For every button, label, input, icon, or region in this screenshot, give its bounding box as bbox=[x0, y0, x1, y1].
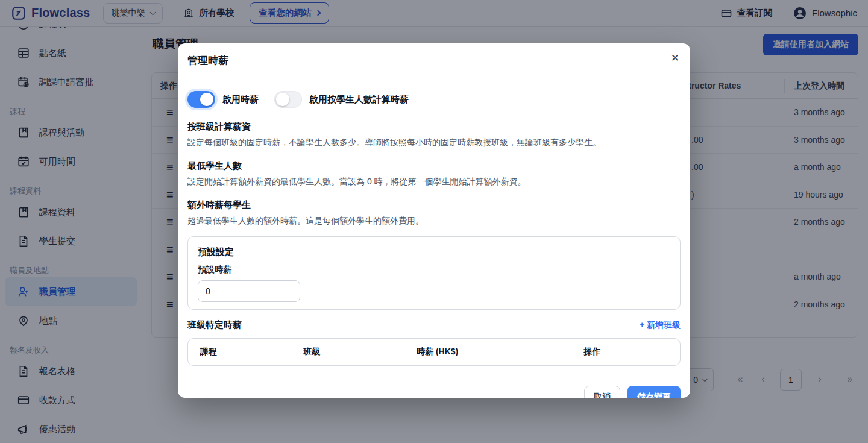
toggle-label: 啟用時薪 bbox=[222, 94, 259, 105]
section-description: 設定每個班級的固定時薪，不論學生人數多少。導師將按照每小時的固定時薪教授班級，無… bbox=[187, 136, 681, 148]
section-heading: 按班級計算薪資 bbox=[187, 120, 681, 133]
info-section: 最低學生人數 設定開始計算額外薪資的最低學生人數。當設為 0 時，將從第一個學生… bbox=[187, 159, 681, 187]
class-rates-column-header: 班級 bbox=[291, 347, 404, 357]
toggle-knob bbox=[276, 93, 289, 106]
class-specific-heading: 班級特定時薪 bbox=[187, 319, 242, 331]
toggle-label: 啟用按學生人數計算時薪 bbox=[309, 94, 409, 105]
modal-title: 管理時薪 bbox=[187, 54, 681, 68]
section-heading: 最低學生人數 bbox=[187, 159, 681, 172]
section-description: 設定開始計算額外薪資的最低學生人數。當設為 0 時，將從第一個學生開始計算額外薪… bbox=[187, 175, 681, 187]
toggle-group: 啟用時薪 bbox=[187, 91, 259, 108]
modal-header: 管理時薪 ✕ bbox=[178, 43, 690, 75]
class-rates-table: 課程 班級 時薪 (HK$) 操作 bbox=[187, 338, 681, 366]
manage-hourly-rates-modal: 管理時薪 ✕ 啟用時薪 啟用按學生人數計算時薪 bbox=[178, 43, 690, 398]
save-changes-button[interactable]: 儲存變更 bbox=[627, 386, 681, 398]
default-rate-input[interactable] bbox=[198, 280, 300, 302]
default-settings-heading: 預設設定 bbox=[198, 247, 670, 258]
toggle-switch[interactable] bbox=[187, 91, 215, 108]
class-rates-column-header: 時薪 (HK$) bbox=[404, 347, 571, 357]
class-rates-column-header: 課程 bbox=[188, 347, 291, 357]
cancel-button[interactable]: 取消 bbox=[584, 386, 620, 398]
default-rate-label: 預設時薪 bbox=[198, 265, 670, 275]
class-rates-column-header: 操作 bbox=[571, 347, 680, 357]
toggle-group: 啟用按學生人數計算時薪 bbox=[274, 91, 409, 108]
info-section: 額外時薪每學生 超過最低學生人數的額外時薪。這是每個額外學生的額外費用。 bbox=[187, 198, 681, 227]
section-heading: 額外時薪每學生 bbox=[187, 198, 681, 212]
section-description: 超過最低學生人數的額外時薪。這是每個額外學生的額外費用。 bbox=[187, 215, 681, 227]
toggle-knob bbox=[200, 93, 213, 106]
modal-footer: 取消 儲存變更 bbox=[584, 386, 681, 398]
modal-body: 啟用時薪 啟用按學生人數計算時薪 按班級計算薪資 設定每個班級的固定時薪，不論學… bbox=[178, 87, 690, 366]
close-icon[interactable]: ✕ bbox=[671, 52, 679, 64]
default-settings-box: 預設設定 預設時薪 bbox=[187, 236, 681, 310]
add-class-link[interactable]: + 新增班級 bbox=[640, 320, 681, 331]
info-section: 按班級計算薪資 設定每個班級的固定時薪，不論學生人數多少。導師將按照每小時的固定… bbox=[187, 120, 681, 148]
toggle-switch[interactable] bbox=[274, 91, 302, 108]
app-root: Flowclass 眺樂中樂 所有學校 查看您的網站 bbox=[0, 0, 868, 443]
